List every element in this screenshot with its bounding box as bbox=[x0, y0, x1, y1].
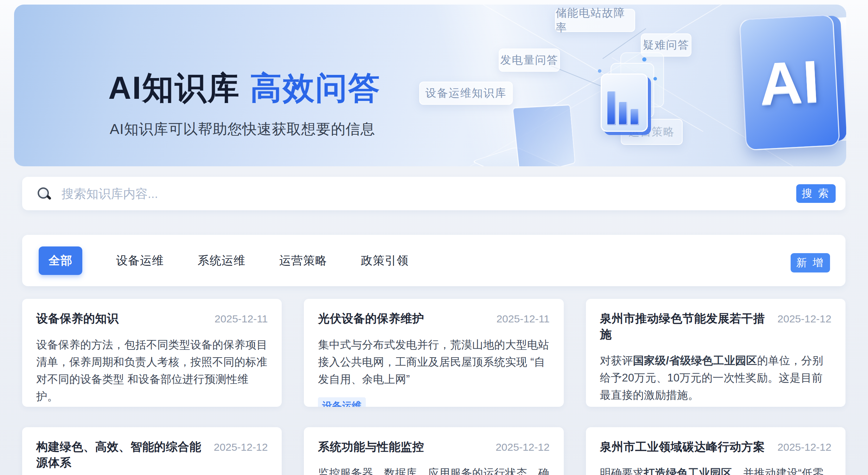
search-input[interactable] bbox=[61, 186, 796, 201]
card-date: 2025-12-12 bbox=[214, 441, 268, 453]
iso-grid-line bbox=[445, 61, 652, 166]
ai-cube-label: AI bbox=[758, 47, 822, 118]
card-body: 对获评国家级/省级绿色工业园区的单位，分别给予20万元、10万元的一次性奖励。这… bbox=[600, 352, 831, 404]
card-body: 设备保养的方法，包括不同类型设备的保养项目清单，保养周期和负责人考核，按照不同的… bbox=[36, 336, 268, 405]
card-title: 泉州市推动绿色节能发展若干措施 bbox=[600, 311, 771, 342]
card-header: 系统功能与性能监控2025-12-12 bbox=[318, 439, 549, 455]
card-category-tag[interactable]: 设备运维 bbox=[318, 397, 366, 407]
filter-bar: 全部 设备运维 系统运维 运营策略 政策引领 新 增 bbox=[22, 235, 845, 286]
card-date: 2025-12-11 bbox=[496, 313, 549, 325]
search-button[interactable]: 搜 索 bbox=[796, 184, 836, 203]
card-header: 构建绿色、高效、智能的综合能源体系2025-12-12 bbox=[36, 439, 268, 471]
knowledge-card[interactable]: 设备保养的知识2025-12-11设备保养的方法，包括不同类型设备的保养项目清单… bbox=[22, 299, 282, 407]
tab-policy[interactable]: 政策引领 bbox=[361, 246, 409, 275]
floating-tag-difficult-qa: 疑难问答 bbox=[641, 33, 691, 57]
knowledge-card[interactable]: 泉州市推动绿色节能发展若干措施2025-12-12对获评国家级/省级绿色工业园区… bbox=[586, 299, 845, 407]
page-title-accent: 高效问答 bbox=[250, 70, 381, 105]
knowledge-card-grid: 设备保养的知识2025-12-11设备保养的方法，包括不同类型设备的保养项目清单… bbox=[22, 299, 845, 475]
floating-tag-storage-failure: 储能电站故障率 bbox=[555, 9, 635, 32]
knowledge-card[interactable]: 系统功能与性能监控2025-12-12监控服务器、数据库、应用服务的运行状态，确… bbox=[304, 427, 563, 475]
card-date: 2025-12-11 bbox=[215, 313, 268, 325]
page-title-primary: AI知识库 bbox=[108, 70, 240, 105]
page-subtitle: AI知识库可以帮助您快速获取想要的信息 bbox=[110, 120, 375, 139]
knowledge-card[interactable]: 泉州市工业领域碳达峰行动方案2025-12-12明确要求打造绿色工业园区，并推动… bbox=[586, 427, 845, 475]
card-body: 监控服务器、数据库、应用服务的运行状态，确保平台 bbox=[318, 465, 549, 475]
floating-tag-generation-qa: 发电量问答 bbox=[499, 49, 560, 72]
card-body: 集中式与分布式发电并行，荒漠山地的大型电站接入公共电网，工商业及居民屋顶系统实现… bbox=[318, 336, 549, 388]
card-header: 泉州市工业领域碳达峰行动方案2025-12-12 bbox=[600, 439, 831, 455]
card-title: 光伏设备的保养维护 bbox=[318, 311, 424, 327]
knowledge-card[interactable]: 光伏设备的保养维护2025-12-11集中式与分布式发电并行，荒漠山地的大型电站… bbox=[304, 299, 563, 407]
card-body: 明确要求打造绿色工业园区，并推动建设“低零碳”工 bbox=[600, 465, 831, 475]
tab-all[interactable]: 全部 bbox=[39, 246, 82, 275]
search-bar: 搜 索 bbox=[22, 177, 845, 210]
tab-operation-strategy[interactable]: 运营策略 bbox=[279, 246, 327, 275]
card-title: 设备保养的知识 bbox=[36, 311, 119, 327]
knowledge-card[interactable]: 构建绿色、高效、智能的综合能源体系2025-12-121、最大化利用园区屋顶、车… bbox=[22, 427, 282, 475]
search-icon bbox=[37, 187, 51, 201]
card-date: 2025-12-12 bbox=[496, 441, 549, 453]
card-date: 2025-12-12 bbox=[778, 313, 831, 325]
floating-tag-operation-strategy: 运营策略 bbox=[621, 119, 683, 145]
card-header: 泉州市推动绿色节能发展若干措施2025-12-12 bbox=[600, 311, 831, 342]
add-button[interactable]: 新 增 bbox=[791, 253, 830, 272]
card-title: 系统功能与性能监控 bbox=[318, 439, 424, 455]
card-header: 光伏设备的保养维护2025-12-11 bbox=[318, 311, 549, 327]
filter-tabs: 全部 设备运维 系统运维 运营策略 政策引领 bbox=[39, 246, 409, 275]
iso-grid-line bbox=[612, 57, 823, 166]
tab-device-ops[interactable]: 设备运维 bbox=[116, 246, 164, 275]
card-title: 构建绿色、高效、智能的综合能源体系 bbox=[36, 439, 207, 471]
card-date: 2025-12-12 bbox=[778, 441, 831, 453]
page-title: AI知识库 高效问答 bbox=[108, 71, 381, 105]
tab-system-ops[interactable]: 系统运维 bbox=[198, 246, 245, 275]
floating-tag-device-ops-kb: 设备运维知识库 bbox=[419, 82, 513, 105]
card-header: 设备保养的知识2025-12-11 bbox=[36, 311, 268, 327]
hero-banner: AI知识库 高效问答 AI知识库可以帮助您快速获取想要的信息 储能电站故障率 疑… bbox=[14, 5, 846, 166]
card-title: 泉州市工业领域碳达峰行动方案 bbox=[600, 439, 765, 455]
